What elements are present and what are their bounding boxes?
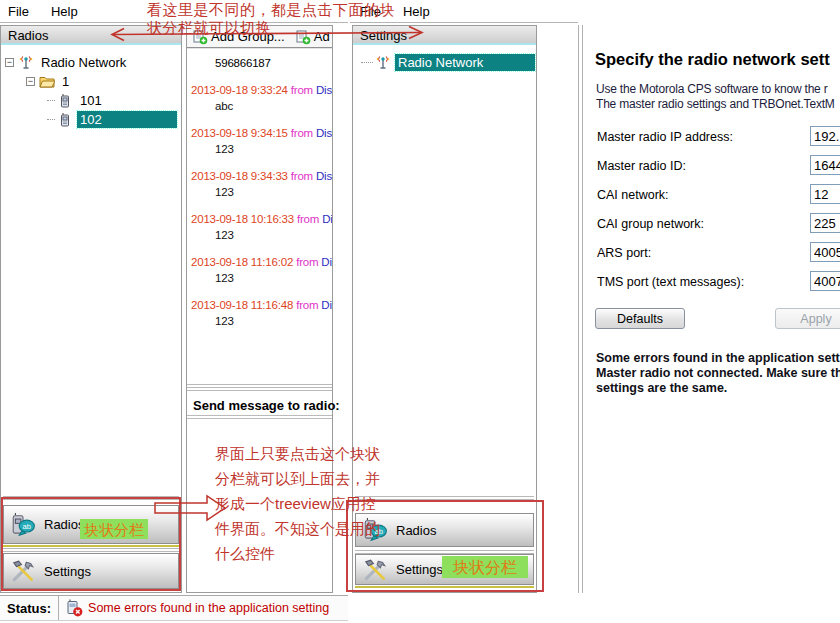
splitter[interactable] <box>355 496 534 501</box>
w1-radio-tree: − Radio Network − 1 101 <box>1 45 181 129</box>
pane-divider[interactable] <box>578 25 583 593</box>
add-group-label: Add Group... <box>211 29 285 44</box>
apply-button[interactable]: Apply <box>775 308 840 329</box>
settings-tools-icon <box>362 557 388 583</box>
message-list: 596866187 2013-09-18 9:33:24 from Disp a… <box>187 49 332 382</box>
status-divider <box>58 596 59 620</box>
status-error-icon <box>65 599 83 617</box>
w2-menu-separator <box>350 22 578 24</box>
intro-line-2: The master radio settings and TRBOnet.Te… <box>596 97 835 111</box>
status-label: Status: <box>0 601 58 616</box>
tree-node-radio-101[interactable]: 101 <box>47 91 181 110</box>
field-input-tms-port[interactable] <box>810 271 840 291</box>
folder-icon <box>39 74 55 90</box>
w1-radios-panel: Radios − Radio Network − 1 <box>0 25 182 593</box>
nav-bar-label: Settings <box>396 562 443 577</box>
add-group-button[interactable]: Add Group... <box>187 26 290 47</box>
w2-menu-file[interactable]: File <box>360 4 381 19</box>
message-text: abc <box>215 100 332 112</box>
radio-icon <box>57 93 73 109</box>
warning-line-1: Some errors found in the application set… <box>596 351 840 367</box>
defaults-button[interactable]: Defaults <box>595 308 685 329</box>
field-label-cai-group: CAI group network: <box>597 217 704 231</box>
network-antenna-icon <box>18 55 34 71</box>
w1-messages-panel: Add Group... Ad 596866187 2013-09-18 9:3… <box>186 25 333 593</box>
field-input-cai-group[interactable] <box>810 213 840 233</box>
message-text: 123 <box>215 143 332 155</box>
tree-node-radio-network-selected[interactable]: Radio Network <box>361 53 536 72</box>
message-from-word: from <box>296 299 318 311</box>
message-from-word: from <box>297 213 319 225</box>
active-bar-underline <box>3 545 179 547</box>
w1-radios-panel-header: Radios <box>1 26 181 45</box>
status-message: Some errors found in the application set… <box>88 601 329 615</box>
page-title: Specify the radio network sett <box>595 50 830 69</box>
w1-menu-file[interactable]: File <box>8 4 29 19</box>
w1-menu-separator <box>0 22 348 24</box>
tree-node-label-selected: 102 <box>77 111 177 128</box>
message-from-word: from <box>291 84 313 96</box>
w2-nav-bar-settings[interactable]: Settings <box>355 554 534 585</box>
settings-tools-icon <box>10 558 36 584</box>
send-message-label: Send message to radio: <box>187 395 332 415</box>
tree-node-group-1[interactable]: − 1 <box>26 72 181 91</box>
add-radio-label-partial: Ad <box>314 29 330 44</box>
tree-node-radio-network[interactable]: − Radio Network <box>5 53 181 72</box>
message-datetime: 2013-09-18 11:16:48 <box>191 299 293 311</box>
w2-nav-bar-radios[interactable]: ab Radios <box>355 513 534 547</box>
svg-text:ab: ab <box>375 527 383 536</box>
splitter[interactable] <box>3 496 179 501</box>
w2-settings-panel: Settings Radio Network ab Radios Setting… <box>352 25 537 593</box>
collapse-toggle-icon[interactable]: − <box>26 77 35 86</box>
message-item: 2013-09-18 9:33:24 from Disp abc <box>187 84 332 112</box>
w2-settings-content: Specify the radio network sett Use the M… <box>585 25 840 593</box>
screenshot-root: File Help Radios − Radio Network − 1 <box>0 0 840 623</box>
w1-nav-bar-radios[interactable]: ab Radios <box>3 505 179 544</box>
nav-bar-label: Settings <box>44 564 91 579</box>
nav-bar-label: Radios <box>396 523 436 538</box>
tree-node-radio-102[interactable]: 102 <box>47 110 181 129</box>
message-datetime: 2013-09-18 9:34:15 <box>191 127 288 139</box>
message-sender: Disp <box>316 170 332 182</box>
w2-settings-panel-header: Settings <box>353 26 536 45</box>
add-radio-button[interactable]: Ad <box>290 26 332 47</box>
field-label-tms-port: TMS port (text messages): <box>597 275 744 289</box>
message-sender: Disp <box>316 127 332 139</box>
tree-node-label: 1 <box>59 73 72 90</box>
w1-nav-bar-settings[interactable]: Settings <box>3 553 179 589</box>
message-datetime: 2013-09-18 10:16:33 <box>191 213 294 225</box>
add-group-icon <box>192 29 208 45</box>
intro-line-1: Use the Motorola CPS software to know th… <box>596 82 828 96</box>
tree-connector <box>361 62 373 63</box>
add-radio-icon <box>295 29 311 45</box>
message-sender: Dis <box>321 299 332 311</box>
message-sender: Dis <box>322 213 332 225</box>
message-datetime: 2013-09-18 9:33:24 <box>191 84 288 96</box>
message-datetime: 2013-09-18 9:34:33 <box>191 170 288 182</box>
w1-menu-help[interactable]: Help <box>51 4 78 19</box>
radio-icon <box>57 112 73 128</box>
message-text: 123 <box>215 186 332 198</box>
field-input-ars-port[interactable] <box>810 242 840 262</box>
message-item: 2013-09-18 10:16:33 from Dis 123 <box>187 213 332 241</box>
tree-node-label: 101 <box>77 92 105 109</box>
message-from-word: from <box>291 127 313 139</box>
field-label-master-id: Master radio ID: <box>597 159 686 173</box>
message-text: 123 <box>215 272 332 284</box>
field-input-master-ip[interactable] <box>810 126 840 146</box>
field-label-master-ip: Master radio IP address: <box>597 130 733 144</box>
message-item: 2013-09-18 9:34:15 from Disp 123 <box>187 127 332 155</box>
message-datetime: 2013-09-18 11:16:02 <box>191 256 293 268</box>
field-label-cai-network: CAI network: <box>597 188 669 202</box>
tree-connector <box>47 100 55 101</box>
field-input-master-id[interactable] <box>810 155 840 175</box>
conversation-id: 596866187 <box>215 57 332 69</box>
collapse-toggle-icon[interactable]: − <box>5 58 14 67</box>
svg-text:ab: ab <box>23 521 31 530</box>
message-item: 2013-09-18 11:16:02 from Dis 123 <box>187 256 332 284</box>
splitter[interactable] <box>187 384 332 393</box>
field-input-cai-network[interactable] <box>810 184 840 204</box>
message-item: 2013-09-18 9:34:33 from Disp 123 <box>187 170 332 198</box>
w2-menu-help[interactable]: Help <box>403 4 430 19</box>
message-text: 123 <box>215 229 332 241</box>
